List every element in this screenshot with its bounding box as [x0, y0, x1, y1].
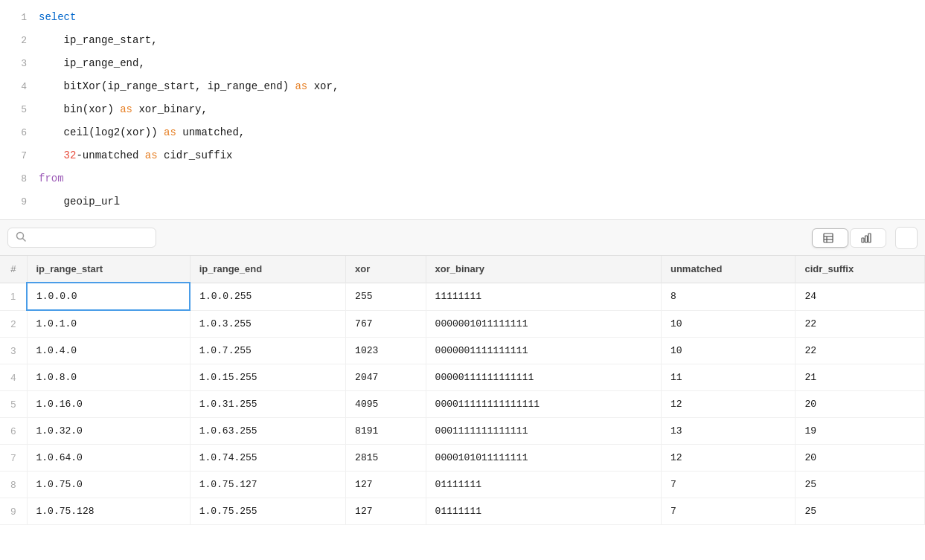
row-number-cell: 5	[0, 391, 27, 418]
token-kw-as: as	[145, 149, 158, 161]
table-cell[interactable]: 0000101011111111	[426, 445, 661, 472]
table-cell[interactable]: 20	[796, 445, 925, 472]
table-cell[interactable]: 22	[796, 338, 925, 364]
token-num-lit: 32	[64, 149, 77, 161]
table-cell[interactable]: 00000111111111111	[426, 364, 661, 391]
table-cell[interactable]: 25	[796, 472, 925, 498]
search-box[interactable]	[7, 228, 156, 248]
table-cell[interactable]: 1.0.16.0	[27, 391, 190, 418]
search-input[interactable]	[31, 232, 135, 243]
table-cell[interactable]: 10	[661, 310, 795, 338]
table-cell[interactable]: 1.0.32.0	[27, 418, 190, 445]
line-content[interactable]: bin(xor) as xor_binary,	[39, 98, 208, 120]
token-kw-as: as	[164, 126, 176, 138]
table-row: 31.0.4.01.0.7.25510230000001111111111102…	[0, 338, 925, 364]
col-header-cidr-suffix[interactable]: cidr_suffix	[796, 256, 925, 283]
table-cell[interactable]: 22	[796, 310, 925, 338]
col-header-ip-range-end[interactable]: ip_range_end	[190, 256, 345, 283]
table-cell[interactable]: 1.0.75.127	[190, 472, 345, 498]
table-row: 21.0.1.01.0.3.25576700000010111111111022	[0, 310, 925, 338]
table-cell[interactable]: 4095	[346, 391, 426, 418]
token-col-name: unmatched,	[176, 126, 245, 138]
table-cell[interactable]: 1.0.3.255	[190, 310, 345, 338]
table-cell[interactable]: 7	[661, 498, 795, 525]
table-cell[interactable]: 01111111	[426, 472, 661, 498]
code-line-5: 5 bin(xor) as xor_binary,	[0, 98, 925, 121]
table-cell[interactable]: 11111111	[426, 283, 661, 310]
line-number: 8	[6, 168, 27, 190]
table-cell[interactable]: 0000001111111111	[426, 338, 661, 364]
table-cell[interactable]: 0000001011111111	[426, 310, 661, 338]
results-toolbar	[0, 220, 925, 256]
table-cell[interactable]: 127	[346, 498, 426, 525]
table-cell[interactable]: 12	[661, 445, 795, 472]
table-cell[interactable]: 1.0.8.0	[27, 364, 190, 391]
row-number-cell: 2	[0, 310, 27, 338]
table-cell[interactable]: 1.0.63.255	[190, 418, 345, 445]
col-header-xor[interactable]: xor	[346, 256, 426, 283]
col-header--[interactable]: #	[0, 256, 27, 283]
table-cell[interactable]: 1.0.31.255	[190, 391, 345, 418]
table-cell[interactable]: 8	[661, 283, 795, 310]
table-cell[interactable]: 2815	[346, 445, 426, 472]
token-col-name: cidr_suffix	[158, 149, 233, 161]
line-content[interactable]: ip_range_end,	[39, 52, 145, 74]
token-col-name: xor_binary,	[132, 103, 208, 115]
table-cell[interactable]: 1.0.1.0	[27, 310, 190, 338]
table-view-button[interactable]	[812, 228, 848, 248]
line-content[interactable]: ceil(log2(xor)) as unmatched,	[39, 121, 245, 144]
line-content[interactable]: 32-unmatched as cidr_suffix	[39, 144, 232, 167]
line-content[interactable]: select	[39, 6, 76, 28]
table-cell[interactable]: 12	[661, 391, 795, 418]
table-cell[interactable]: 25	[796, 498, 925, 525]
results-table-area[interactable]: #ip_range_startip_range_endxorxor_binary…	[0, 256, 925, 560]
table-cell[interactable]: 255	[346, 283, 426, 310]
table-cell[interactable]: 1.0.75.255	[190, 498, 345, 525]
col-header-ip-range-start[interactable]: ip_range_start	[27, 256, 190, 283]
table-cell[interactable]: 1.0.0.0	[27, 283, 190, 310]
table-cell[interactable]: 11	[661, 364, 795, 391]
table-cell[interactable]: 2047	[346, 364, 426, 391]
table-cell[interactable]: 10	[661, 338, 795, 364]
table-cell[interactable]: 1.0.0.255	[190, 283, 345, 310]
table-cell[interactable]: 127	[346, 472, 426, 498]
table-cell[interactable]: 21	[796, 364, 925, 391]
table-cell[interactable]: 1.0.74.255	[190, 445, 345, 472]
table-cell[interactable]: 1.0.7.255	[190, 338, 345, 364]
col-header-unmatched[interactable]: unmatched	[661, 256, 795, 283]
more-options-button[interactable]	[895, 227, 918, 249]
line-content[interactable]: ip_range_start,	[39, 29, 158, 51]
token-col-name: bin(xor)	[39, 103, 120, 115]
table-cell[interactable]: 20	[796, 391, 925, 418]
table-row: 51.0.16.01.0.31.255409500001111111111111…	[0, 391, 925, 418]
line-content[interactable]: bitXor(ip_range_start, ip_range_end) as …	[39, 75, 339, 97]
code-line-7: 7 32-unmatched as cidr_suffix	[0, 144, 925, 167]
token-col-name: ip_range_start,	[39, 34, 158, 46]
line-content[interactable]: geoip_url	[39, 190, 120, 213]
table-cell[interactable]: 1.0.75.0	[27, 472, 190, 498]
table-row: 81.0.75.01.0.75.12712701111111725	[0, 472, 925, 498]
table-cell[interactable]: 1.0.4.0	[27, 338, 190, 364]
table-cell[interactable]: 01111111	[426, 498, 661, 525]
table-cell[interactable]: 767	[346, 310, 426, 338]
table-cell[interactable]: 1.0.15.255	[190, 364, 345, 391]
table-cell[interactable]: 8191	[346, 418, 426, 445]
chart-view-button[interactable]	[850, 228, 886, 248]
table-cell[interactable]: 1023	[346, 338, 426, 364]
table-cell[interactable]: 1.0.64.0	[27, 445, 190, 472]
table-cell[interactable]: 0001111111111111	[426, 418, 661, 445]
row-number-cell: 8	[0, 472, 27, 498]
table-cell[interactable]: 24	[796, 283, 925, 310]
table-cell[interactable]: 1.0.75.128	[27, 498, 190, 525]
code-line-9: 9 geoip_url	[0, 190, 925, 213]
row-number-cell: 7	[0, 445, 27, 472]
line-content[interactable]: from	[39, 167, 64, 190]
code-editor[interactable]: 1select2 ip_range_start,3 ip_range_end,4…	[0, 0, 925, 220]
svg-line-1	[23, 239, 26, 242]
col-header-xor-binary[interactable]: xor_binary	[426, 256, 661, 283]
table-cell[interactable]: 000011111111111111	[426, 391, 661, 418]
table-cell[interactable]: 19	[796, 418, 925, 445]
table-cell[interactable]: 13	[661, 418, 795, 445]
token-col-name: -unmatched	[76, 149, 144, 161]
table-cell[interactable]: 7	[661, 472, 795, 498]
